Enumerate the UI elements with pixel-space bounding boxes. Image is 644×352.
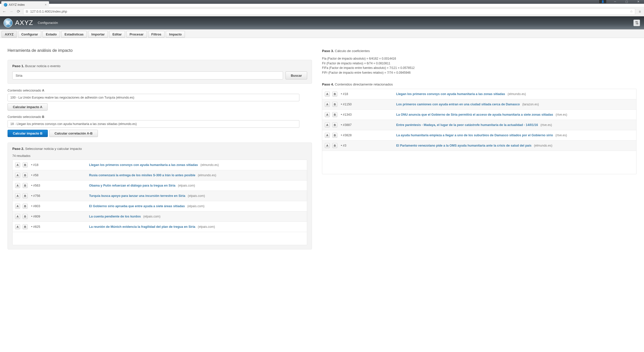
assign-a-button[interactable]: A	[325, 92, 330, 97]
row-title-link[interactable]: El Gobierno sirio aprueba que entre ayud…	[89, 204, 185, 208]
menu-estado[interactable]: Estado	[43, 31, 60, 38]
row-title-link[interactable]: Turquía busca apoyo para lanzar una incu…	[89, 194, 185, 198]
nav-forward-icon[interactable]: →	[9, 9, 14, 14]
row-id: • #825	[31, 225, 44, 229]
menu-procesar[interactable]: Procesar	[126, 31, 147, 38]
window-minimize[interactable]: ─	[609, 0, 621, 3]
assign-b-button[interactable]: B	[332, 102, 337, 107]
row-title-link[interactable]: Obama y Putin refuerzan el diálogo para …	[89, 184, 175, 187]
search-button[interactable]: Buscar	[286, 71, 307, 79]
nav-reload-icon[interactable]: ⟳	[16, 9, 21, 14]
menu-editar[interactable]: Editar	[109, 31, 125, 38]
menu-configurar[interactable]: Configurar	[18, 31, 41, 38]
assign-b-button[interactable]: B	[23, 224, 28, 229]
address-bar[interactable]: 🗎 127.0.0.1:4001/index.php ☆	[23, 8, 635, 15]
row-source: (elpais.com)	[188, 194, 205, 198]
calc-impact-a-button[interactable]: Calcular impacto A	[8, 103, 48, 111]
window-close[interactable]: ✕	[632, 0, 644, 3]
row-source: (elmundo.es)	[508, 92, 526, 96]
menu-axyz[interactable]: AXYZ	[2, 31, 17, 38]
list-item: AB• #1343La ONU anuncia que el Gobierno …	[322, 110, 636, 120]
menu-impacto[interactable]: Impacto	[166, 31, 185, 38]
assign-a-button[interactable]: A	[15, 224, 20, 229]
assign-b-button[interactable]: B	[23, 173, 28, 178]
row-source: (rtve.es)	[540, 123, 552, 127]
chrome-menu-icon[interactable]: ≡	[638, 9, 642, 14]
row-title-link[interactable]: Rusia comenzará la entrega de los misile…	[89, 173, 195, 177]
assign-a-button[interactable]: A	[15, 183, 20, 188]
menu-estadísticas[interactable]: Estadísticas	[61, 31, 87, 38]
row-title-link[interactable]: Entre paréntesis - Madaya, el lugar de l…	[396, 123, 538, 127]
assign-b-button[interactable]: B	[332, 143, 337, 148]
row-id: • #563	[31, 184, 44, 187]
assign-a-button[interactable]: A	[15, 193, 20, 198]
row-title-link[interactable]: La ayuda humanitaria empieza a llegar a …	[396, 134, 553, 137]
app-header: AXYZ Configuración ⇅	[0, 16, 644, 29]
assign-a-button[interactable]: A	[15, 214, 20, 219]
list-item: AB• #3828La ayuda humanitaria empieza a …	[322, 130, 636, 141]
row-title-link[interactable]: La reunión de Múnich evidencia la fragil…	[89, 225, 195, 229]
row-title-link[interactable]: El Parlamento venezolano pide a la OMS a…	[396, 144, 532, 147]
chrome-profile-icon[interactable]: 👤	[599, 0, 606, 3]
assign-b-button[interactable]: B	[332, 133, 337, 138]
assign-a-button[interactable]: A	[15, 173, 20, 178]
window-maximize[interactable]: ▢	[621, 0, 632, 3]
assign-b-button[interactable]: B	[23, 204, 28, 209]
favicon-icon	[4, 3, 7, 7]
row-id: • #58	[31, 173, 44, 177]
list-item: AB• #803El Gobierno sirio aprueba que en…	[13, 201, 307, 211]
selected-a-input[interactable]	[8, 94, 299, 101]
assign-a-button[interactable]: A	[15, 162, 20, 167]
selected-b-input[interactable]	[8, 120, 299, 128]
list-item: AB• #1150Los primeros camiones con ayuda…	[322, 99, 636, 110]
row-source: (elpais.com)	[143, 215, 160, 218]
menu-importar[interactable]: Importar	[88, 31, 108, 38]
assign-a-button[interactable]: A	[325, 112, 330, 117]
assign-a-button[interactable]: A	[15, 204, 20, 209]
row-id: • #809	[31, 215, 44, 218]
assign-a-button[interactable]: A	[325, 133, 330, 138]
step1-panel: Paso 1. Buscar noticia o evento Buscar	[8, 60, 312, 84]
list-item: AB• #3El Parlamento venezolano pide a la…	[322, 141, 636, 151]
page-info-icon[interactable]: 🗎	[25, 10, 29, 13]
assign-b-button[interactable]: B	[332, 92, 337, 97]
row-source: (elpais.com)	[198, 225, 215, 229]
calc-correlation-button[interactable]: Calcular correlación A-B	[49, 130, 98, 137]
row-title-link[interactable]: Llegan los primeros convoys con ayuda hu…	[89, 163, 198, 167]
row-title-link[interactable]: Los primeros camiones con ayuda entran e…	[396, 103, 520, 106]
row-title-link[interactable]: La cuenta pendiente de los kurdos	[89, 215, 141, 218]
row-id: • #1150	[341, 103, 353, 106]
related-list[interactable]: AB• #18Llegan los primeros convoys con a…	[322, 89, 636, 174]
assign-b-button[interactable]: B	[23, 214, 28, 219]
list-item: AB• #3887Entre paréntesis - Madaya, el l…	[322, 120, 636, 130]
assign-b-button[interactable]: B	[23, 193, 28, 198]
results-list[interactable]: AB• #18Llegan los primeros convoys con a…	[12, 160, 307, 245]
row-id: • #18	[341, 92, 353, 96]
search-input[interactable]	[12, 71, 283, 79]
assign-b-button[interactable]: B	[23, 183, 28, 188]
row-title-link[interactable]: La ONU anuncia que el Gobierno de Siria …	[396, 113, 553, 116]
step4-heading: Paso 4. Contenidos directamente relacion…	[322, 82, 636, 86]
step2-panel: Paso 2. Seleccionar noticia y calcular i…	[8, 143, 312, 249]
step1-heading: Paso 1. Buscar noticia o evento	[12, 64, 307, 68]
assign-a-button[interactable]: A	[325, 122, 330, 127]
url-text: 127.0.0.1:4001/index.php	[30, 10, 67, 13]
assign-b-button[interactable]: B	[332, 122, 337, 127]
assign-a-button[interactable]: A	[325, 143, 330, 148]
browser-toolbar: ← → ⟳ 🗎 127.0.0.1:4001/index.php ☆ ≡	[0, 7, 644, 16]
row-id: • #18	[31, 163, 44, 167]
assign-a-button[interactable]: A	[325, 102, 330, 107]
row-id: • #3828	[341, 134, 353, 137]
calc-impact-b-button[interactable]: Calcular impacto B	[8, 130, 48, 137]
sort-toggle-icon[interactable]: ⇅	[633, 20, 640, 26]
tab-title: AXYZ index	[9, 3, 25, 7]
page-title: Herramienta de análisis de impacto	[8, 48, 312, 53]
assign-b-button[interactable]: B	[332, 112, 337, 117]
row-title-link[interactable]: Llegan los primeros convoys con ayuda hu…	[396, 92, 505, 96]
assign-b-button[interactable]: B	[23, 162, 28, 167]
bookmark-star-icon[interactable]: ☆	[630, 10, 633, 13]
nav-back-icon[interactable]: ←	[2, 9, 7, 14]
menu-filtros[interactable]: Filtros	[148, 31, 165, 38]
tab-close-icon[interactable]: ×	[45, 3, 47, 7]
browser-tab[interactable]: AXYZ index ×	[1, 1, 49, 8]
